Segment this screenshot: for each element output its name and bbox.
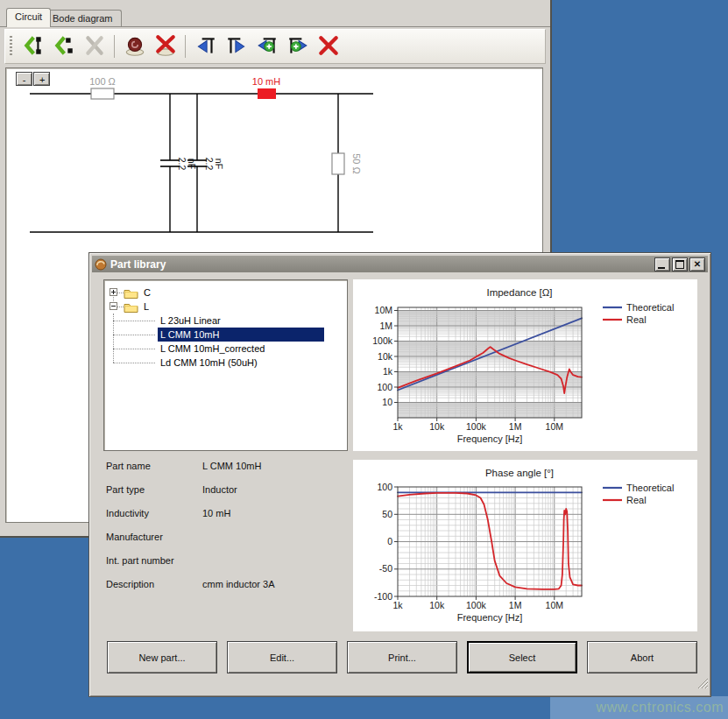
svg-text:100: 100 bbox=[377, 382, 392, 392]
svg-text:10: 10 bbox=[382, 397, 392, 407]
toolbar-grip[interactable] bbox=[10, 36, 12, 57]
load-resistor[interactable]: 50 Ω bbox=[332, 94, 362, 232]
svg-text:10M: 10M bbox=[375, 305, 392, 315]
tree-item[interactable]: L CMM 10mH bbox=[158, 328, 324, 342]
node-add-right-button[interactable] bbox=[284, 33, 311, 60]
phase-angle-chart-panel: 1k10k100k1M10M100500-50-100Phase angle [… bbox=[353, 460, 697, 631]
select-button[interactable]: Select bbox=[467, 641, 577, 673]
detail-value: Inductor bbox=[202, 478, 237, 502]
detail-value: 10 mH bbox=[202, 502, 230, 525]
svg-text:1k: 1k bbox=[392, 421, 403, 432]
toolbar bbox=[4, 29, 546, 64]
capacitor-1[interactable]: 2.2 nF bbox=[160, 94, 197, 232]
part-library-dialog: Part library ✕ bbox=[88, 252, 711, 697]
node-move-left-button[interactable] bbox=[192, 33, 219, 60]
tree-item[interactable]: L 23uH Linear bbox=[158, 314, 223, 328]
maximize-button[interactable] bbox=[672, 257, 688, 271]
detail-label: Manufacturer bbox=[106, 525, 163, 549]
tree-folder-l[interactable]: L bbox=[104, 300, 341, 314]
capacitor-2-unit: nF bbox=[214, 159, 224, 169]
maximize-icon bbox=[675, 260, 684, 269]
detail-row: Int. part number bbox=[106, 549, 343, 573]
new-part-button[interactable]: New part... bbox=[107, 641, 217, 673]
dialog-title: Part library bbox=[110, 258, 166, 271]
tree-guide bbox=[113, 363, 155, 363]
svg-text:-100: -100 bbox=[374, 591, 392, 602]
abort-button[interactable]: Abort bbox=[587, 641, 697, 673]
svg-text:Theoretical: Theoretical bbox=[626, 302, 674, 313]
capacitor-2-value: 2.2 bbox=[204, 158, 215, 171]
svg-text:1k: 1k bbox=[383, 366, 393, 377]
tree-item[interactable]: Ld CMM 10mH (50uH) bbox=[158, 356, 260, 370]
desktop: Circuit Bode diagram bbox=[0, 0, 728, 719]
toolbar-separator bbox=[114, 35, 115, 58]
detail-label: Part name bbox=[106, 455, 151, 478]
part-tree: C L L 23uH Linear L CMM 10mH L CMM 10mH_… bbox=[103, 279, 348, 451]
folder-icon bbox=[124, 301, 138, 313]
tree-guide bbox=[113, 349, 155, 349]
insert-component-left-button[interactable] bbox=[19, 33, 46, 60]
svg-text:10k: 10k bbox=[429, 600, 445, 610]
node-delete-button[interactable] bbox=[315, 33, 342, 60]
svg-text:100k: 100k bbox=[466, 421, 487, 432]
node-move-left-icon bbox=[194, 34, 217, 57]
detail-label: Int. part number bbox=[106, 549, 174, 573]
svg-text:10k: 10k bbox=[429, 421, 445, 432]
svg-text:Theoretical: Theoretical bbox=[626, 483, 674, 493]
series-resistor[interactable]: 100 Ω bbox=[89, 76, 116, 99]
delete-part-button[interactable] bbox=[152, 33, 179, 60]
expand-plus-icon[interactable] bbox=[110, 288, 117, 296]
cmm-inductor[interactable]: 10 mH bbox=[252, 76, 280, 99]
svg-text:10M: 10M bbox=[546, 600, 563, 610]
watermark-band: www.cntronics.com bbox=[550, 696, 728, 719]
svg-text:100k: 100k bbox=[466, 600, 487, 610]
cut-disabled-button[interactable] bbox=[81, 33, 108, 60]
close-button[interactable]: ✕ bbox=[689, 257, 705, 271]
svg-text:Real: Real bbox=[626, 314, 647, 325]
minimize-button[interactable] bbox=[654, 257, 670, 271]
detail-row: Part type Inductor bbox=[106, 478, 343, 502]
svg-text:Impedance [Ω]: Impedance [Ω] bbox=[486, 287, 552, 298]
series-resistor-label: 100 Ω bbox=[89, 76, 116, 87]
node-add-left-icon bbox=[256, 34, 279, 57]
edit-button[interactable]: Edit... bbox=[227, 641, 337, 673]
load-part-button[interactable] bbox=[121, 33, 148, 60]
detail-label: Description bbox=[106, 573, 154, 596]
svg-text:50: 50 bbox=[382, 509, 392, 519]
svg-text:0: 0 bbox=[387, 536, 392, 546]
svg-text:-50: -50 bbox=[379, 563, 392, 574]
node-move-right-button[interactable] bbox=[223, 33, 250, 60]
part-library-app-icon bbox=[95, 258, 107, 271]
impedance-chart-panel: 1k10k100k1M10M10M1M100k10k1k10010Impedan… bbox=[353, 279, 697, 451]
detail-value: L CMM 10mH bbox=[202, 455, 261, 478]
resize-grip[interactable] bbox=[696, 677, 708, 688]
folder-icon bbox=[124, 287, 138, 299]
detail-row: Description cmm inductor 3A bbox=[106, 573, 343, 596]
node-add-left-button[interactable] bbox=[253, 33, 280, 60]
collapse-minus-icon[interactable] bbox=[110, 302, 117, 310]
capacitor-1-value: 2.2 bbox=[177, 158, 187, 171]
tab-circuit[interactable]: Circuit bbox=[6, 8, 51, 27]
cut-disabled-icon bbox=[83, 34, 106, 57]
tree-folder-c[interactable]: C bbox=[104, 285, 341, 300]
load-resistor-label: 50 Ω bbox=[351, 153, 362, 174]
tree-item[interactable]: L CMM 10mH_corrected bbox=[158, 342, 267, 356]
close-icon: ✕ bbox=[690, 258, 704, 271]
inductor-label: 10 mH bbox=[252, 76, 280, 87]
delete-part-icon bbox=[154, 34, 177, 57]
dialog-titlebar[interactable]: Part library ✕ bbox=[92, 256, 708, 272]
insert-component-left-icon bbox=[22, 34, 45, 57]
print-button[interactable]: Print... bbox=[347, 641, 457, 673]
svg-text:1M: 1M bbox=[509, 421, 522, 432]
svg-text:Real: Real bbox=[626, 495, 647, 505]
svg-text:1k: 1k bbox=[392, 600, 403, 610]
tab-bode-diagram[interactable]: Bode diagram bbox=[44, 10, 122, 27]
tab-strip: Circuit Bode diagram bbox=[0, 0, 550, 27]
detail-label: Part type bbox=[106, 478, 145, 502]
svg-text:10M: 10M bbox=[546, 421, 563, 432]
insert-node-left-button[interactable] bbox=[50, 33, 77, 60]
node-delete-icon bbox=[317, 34, 340, 57]
svg-text:1M: 1M bbox=[509, 600, 522, 610]
svg-text:Phase angle [°]: Phase angle [°] bbox=[485, 468, 554, 478]
node-add-right-icon bbox=[286, 34, 309, 57]
